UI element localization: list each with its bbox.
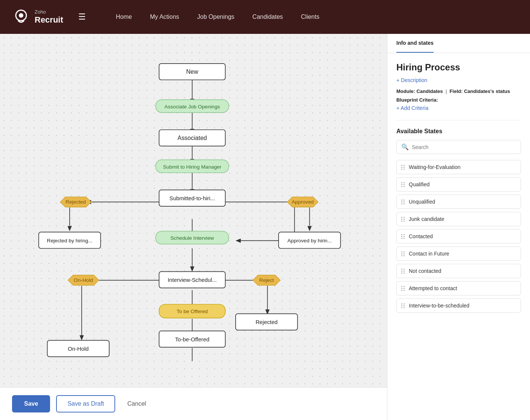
- available-states-title: Available States: [396, 128, 521, 135]
- state-label: Waiting-for-Evaluation: [409, 164, 460, 170]
- svg-marker-17: [308, 226, 312, 231]
- drag-handle-icon: [401, 165, 405, 170]
- state-label: Not contacted: [409, 268, 441, 274]
- navbar: Zoho Recruit ☰ Home My Actions Job Openi…: [0, 0, 530, 34]
- nav-clients[interactable]: Clients: [301, 14, 320, 20]
- add-criteria-link[interactable]: + Add Criteria: [396, 105, 521, 111]
- section-divider: [396, 120, 521, 120]
- state-item[interactable]: Interview-to-be-scheduled: [396, 298, 521, 313]
- svg-text:Rejected: Rejected: [65, 199, 86, 205]
- cancel-button[interactable]: Cancel: [121, 396, 152, 412]
- svg-point-1: [19, 13, 23, 18]
- nav-home[interactable]: Home: [116, 14, 132, 20]
- nav-candidates[interactable]: Candidates: [253, 14, 283, 20]
- logo-icon: [12, 8, 30, 26]
- diagram-canvas[interactable]: New Associate Job Openings Associated Su…: [0, 34, 387, 387]
- state-label: Attempted to contact: [409, 285, 457, 291]
- svg-text:To be Offered: To be Offered: [177, 309, 208, 314]
- save-button[interactable]: Save: [12, 395, 50, 412]
- zoho-label: Zoho: [35, 9, 63, 15]
- state-label: Qualified: [409, 181, 429, 187]
- svg-text:To-be-Offered: To-be-Offered: [175, 336, 209, 342]
- panel-tab-bar: Info and states: [387, 34, 530, 53]
- drag-handle-icon: [401, 286, 405, 291]
- logo-text: Zoho Recruit: [35, 9, 63, 25]
- blueprint-criteria-label: Blueprint Criteria:: [396, 97, 521, 103]
- svg-text:Submit to Hiring Manager: Submit to Hiring Manager: [163, 164, 222, 170]
- save-draft-button[interactable]: Save as Draft: [56, 395, 115, 412]
- state-item[interactable]: Waiting-for-Evaluation: [396, 160, 521, 174]
- search-box[interactable]: 🔍: [396, 140, 521, 154]
- state-item[interactable]: Attempted to contact: [396, 281, 521, 295]
- module-meta: Module: Candidates | Field: Candidates's…: [396, 88, 521, 94]
- diagram-svg: New Associate Job Openings Associated Su…: [0, 34, 387, 387]
- search-input[interactable]: [412, 144, 516, 150]
- state-label: Unqualified: [409, 199, 435, 205]
- main-container: New Associate Job Openings Associated Su…: [0, 34, 530, 420]
- svg-text:Submitted-to-hiri...: Submitted-to-hiri...: [169, 195, 215, 201]
- svg-text:Approved by hirin...: Approved by hirin...: [287, 238, 332, 243]
- svg-text:Reject: Reject: [259, 277, 274, 283]
- svg-text:Interview-Schedul...: Interview-Schedul...: [168, 277, 216, 283]
- drag-handle-icon: [401, 217, 405, 222]
- drag-handle-icon: [401, 199, 405, 204]
- svg-marker-20: [236, 239, 241, 243]
- svg-text:Rejected: Rejected: [256, 319, 278, 325]
- svg-text:On-Hold: On-Hold: [74, 277, 93, 283]
- svg-text:Associated: Associated: [177, 135, 207, 141]
- right-panel: Info and states Hiring Process + Descrip…: [387, 34, 530, 420]
- nav-links: Home My Actions Job Openings Candidates …: [116, 14, 320, 20]
- add-description-link[interactable]: + Description: [396, 77, 521, 83]
- svg-text:Approved: Approved: [292, 199, 314, 205]
- recruit-label: Recruit: [35, 15, 63, 25]
- drag-handle-icon: [401, 251, 405, 256]
- state-list: Waiting-for-Evaluation Qualified Unquali…: [396, 160, 521, 313]
- logo: Zoho Recruit: [12, 8, 63, 26]
- drag-handle-icon: [401, 303, 405, 308]
- state-item[interactable]: Contacted: [396, 229, 521, 243]
- state-label: Contact in Future: [409, 251, 449, 257]
- svg-marker-24: [190, 266, 194, 272]
- svg-marker-36: [79, 335, 84, 341]
- svg-text:On-Hold: On-Hold: [68, 346, 88, 352]
- svg-text:Schedule Interview: Schedule Interview: [171, 235, 214, 241]
- svg-text:Associate Job Openings: Associate Job Openings: [164, 104, 220, 110]
- state-label: Contacted: [409, 233, 433, 239]
- drag-handle-icon: [401, 269, 405, 274]
- search-icon: 🔍: [401, 143, 409, 151]
- svg-text:Rejected by hiring...: Rejected by hiring...: [47, 238, 93, 243]
- panel-body: Hiring Process + Description Module: Can…: [387, 53, 530, 420]
- drag-handle-icon: [401, 182, 405, 187]
- hamburger-icon[interactable]: ☰: [78, 12, 86, 22]
- svg-marker-15: [67, 226, 72, 231]
- state-item[interactable]: Contact in Future: [396, 247, 521, 261]
- nav-my-actions[interactable]: My Actions: [150, 14, 179, 20]
- state-item[interactable]: Unqualified: [396, 195, 521, 209]
- svg-text:New: New: [186, 68, 198, 75]
- tab-info-states[interactable]: Info and states: [396, 34, 434, 53]
- nav-job-openings[interactable]: Job Openings: [197, 14, 235, 20]
- drag-handle-icon: [401, 234, 405, 239]
- panel-title: Hiring Process: [396, 62, 521, 73]
- state-item[interactable]: Junk candidate: [396, 212, 521, 226]
- state-item[interactable]: Not contacted: [396, 264, 521, 278]
- state-label: Interview-to-be-scheduled: [409, 303, 469, 309]
- bottom-bar: Save Save as Draft Cancel: [0, 387, 387, 420]
- state-item[interactable]: Qualified: [396, 177, 521, 192]
- state-label: Junk candidate: [409, 216, 444, 222]
